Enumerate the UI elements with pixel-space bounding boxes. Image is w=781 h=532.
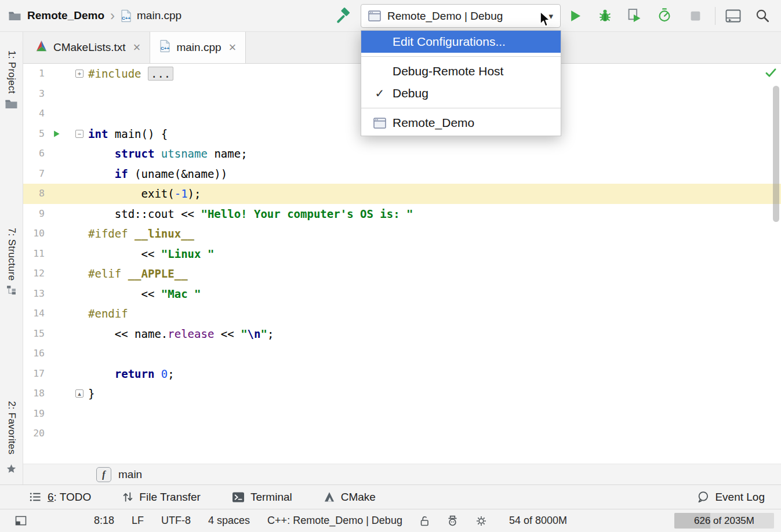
fold-end-icon[interactable]: ▴ xyxy=(75,389,83,398)
stripe-label: 1: Project xyxy=(6,50,17,94)
debug-button[interactable] xyxy=(597,8,613,23)
search-everywhere-button[interactable] xyxy=(755,8,770,23)
function-icon: f xyxy=(96,467,111,482)
code-text: << name.release << "\n"; xyxy=(88,324,781,344)
highlighting-level-icon[interactable] xyxy=(447,515,458,527)
code-line[interactable]: 14#endif xyxy=(23,304,781,324)
line-number: 10 xyxy=(33,224,45,244)
line-number: 6 xyxy=(39,144,45,164)
code-line[interactable]: 17 return 0; xyxy=(23,364,781,384)
run-config-selector[interactable]: Remote_Demo | Debug ▾ xyxy=(361,4,561,28)
todo-icon xyxy=(29,491,42,502)
code-text: std::cout << "Hello! Your computer's OS … xyxy=(88,204,781,224)
menu-item-debug[interactable]: ✓Debug xyxy=(361,82,561,104)
code-line[interactable]: 18▴} xyxy=(23,384,781,404)
bottom-bar-left: 6: TODOFile TransferTerminalCMake xyxy=(29,491,376,504)
line-number: 17 xyxy=(33,364,45,384)
menu-item-label: Remote_Demo xyxy=(393,116,474,130)
gutter: 13 xyxy=(23,284,88,304)
code-text: #endif xyxy=(88,304,781,324)
line-number: 1 xyxy=(39,64,45,84)
stop-button[interactable] xyxy=(689,10,702,22)
lock-icon[interactable] xyxy=(420,515,430,527)
navbar-file-item[interactable]: main.cpp xyxy=(137,9,181,22)
gutter: 15 xyxy=(23,324,88,344)
toolwindow-button-event-log[interactable]: Event Log xyxy=(697,491,765,504)
code-line[interactable]: 8 exit(-1); xyxy=(23,184,781,204)
run-button[interactable] xyxy=(568,9,583,23)
code-line[interactable]: 19 xyxy=(23,404,781,424)
line-separator-widget[interactable]: LF xyxy=(132,515,144,527)
toolwindow-button-label: Event Log xyxy=(715,491,765,504)
breadcrumbs-bar: f main xyxy=(23,464,781,484)
run-line-icon[interactable] xyxy=(52,129,61,138)
tab-main-cpp[interactable]: C++main.cpp× xyxy=(150,32,246,63)
build-hammer-button[interactable] xyxy=(335,8,351,24)
toolwindow-button-file-transfer[interactable]: File Transfer xyxy=(122,491,201,504)
inspections-status-icon[interactable] xyxy=(765,68,777,80)
tab-label: main.cpp xyxy=(176,41,221,54)
toolwindow-button-label: File Transfer xyxy=(139,491,201,504)
remote-memory-widget[interactable]: 54 of 8000M xyxy=(509,515,567,527)
code-line[interactable]: 13 << "Mac " xyxy=(23,284,781,304)
gutter: 12 xyxy=(23,264,88,284)
stripe-button-2-favorites[interactable]: 2: Favorites xyxy=(0,401,23,476)
line-number: 14 xyxy=(33,304,45,324)
tab-cmakelists-txt[interactable]: CMakeLists.txt× xyxy=(26,32,150,63)
menu-item-edit-configurations[interactable]: Edit Configurations... xyxy=(361,31,561,53)
code-line[interactable]: 6 struct utsname name; xyxy=(23,144,781,164)
stripe-button-1-project[interactable]: 1: Project xyxy=(0,50,23,112)
fold-plus-icon[interactable]: + xyxy=(75,70,83,78)
tab-label: CMakeLists.txt xyxy=(53,41,126,54)
app-window-icon xyxy=(368,10,381,21)
terminal-icon xyxy=(232,491,245,503)
code-line[interactable]: 15 << name.release << "\n"; xyxy=(23,324,781,344)
run-config-menu: Edit Configurations...Debug-Remote Host✓… xyxy=(361,30,561,136)
app-window-icon xyxy=(367,118,393,129)
encoding-widget[interactable]: UTF-8 xyxy=(161,515,191,527)
profiler-button[interactable] xyxy=(657,8,672,23)
menu-item-debug-remote-host[interactable]: Debug-Remote Host xyxy=(361,60,561,82)
stripe-button-7-structure[interactable]: 7: Structure xyxy=(0,228,23,297)
memory-label: 626 of 2035M xyxy=(674,513,774,529)
navbar-project-item[interactable]: Remote_Demo xyxy=(27,9,104,22)
code-line[interactable]: 9 std::cout << "Hello! Your computer's O… xyxy=(23,204,781,224)
close-icon[interactable]: × xyxy=(133,41,141,54)
menu-separator xyxy=(361,108,561,108)
line-number: 19 xyxy=(33,404,45,424)
toolwindow-toggle-icon[interactable] xyxy=(15,516,27,526)
line-number: 5 xyxy=(39,124,45,144)
toolwindow-button-label: Terminal xyxy=(250,491,292,504)
scrollbar-thumb[interactable] xyxy=(773,86,779,222)
code-text: #elif __APPLE__ xyxy=(88,264,781,284)
caret-position-widget[interactable]: 8:18 xyxy=(94,515,114,527)
code-line[interactable]: 10#ifdef __linux__ xyxy=(23,224,781,244)
memory-indicator[interactable]: 626 of 2035M xyxy=(674,513,774,529)
code-line[interactable]: 7 if (uname(&name)) xyxy=(23,164,781,184)
code-line[interactable]: 20 xyxy=(23,424,781,444)
gutter: 18▴ xyxy=(23,384,88,404)
structure-stripe-icon xyxy=(6,285,16,297)
settings-sync-icon[interactable] xyxy=(475,515,487,527)
toolbar-separator xyxy=(715,7,715,25)
tool-windows-button[interactable] xyxy=(725,9,741,23)
breadcrumb-item[interactable]: main xyxy=(118,468,142,481)
code-line[interactable]: 12#elif __APPLE__ xyxy=(23,264,781,284)
toolwindow-button-cmake[interactable]: CMake xyxy=(324,491,376,504)
gutter: 16 xyxy=(23,344,88,364)
close-icon[interactable]: × xyxy=(229,41,237,54)
toolwindow-button-6-todo[interactable]: 6: TODO xyxy=(29,491,91,504)
indent-widget[interactable]: 4 spaces xyxy=(208,515,250,527)
toolwindow-button-terminal[interactable]: Terminal xyxy=(232,491,292,504)
line-number: 8 xyxy=(39,184,45,204)
resolve-context-widget[interactable]: C++: Remote_Demo | Debug xyxy=(267,515,402,527)
fold-minus-icon[interactable]: − xyxy=(75,130,83,138)
run-with-coverage-button[interactable] xyxy=(627,8,642,23)
code-text: << "Linux " xyxy=(88,244,781,264)
code-line[interactable]: 11 << "Linux " xyxy=(23,244,781,264)
gutter: 20 xyxy=(23,424,88,444)
stripe-label: 2: Favorites xyxy=(6,401,17,454)
code-line[interactable]: 16 xyxy=(23,344,781,364)
clion-ide-window: Remote_Demo › C++ main.cpp Remote_Demo |… xyxy=(0,0,781,532)
menu-item-remote-demo[interactable]: Remote_Demo xyxy=(361,112,561,134)
